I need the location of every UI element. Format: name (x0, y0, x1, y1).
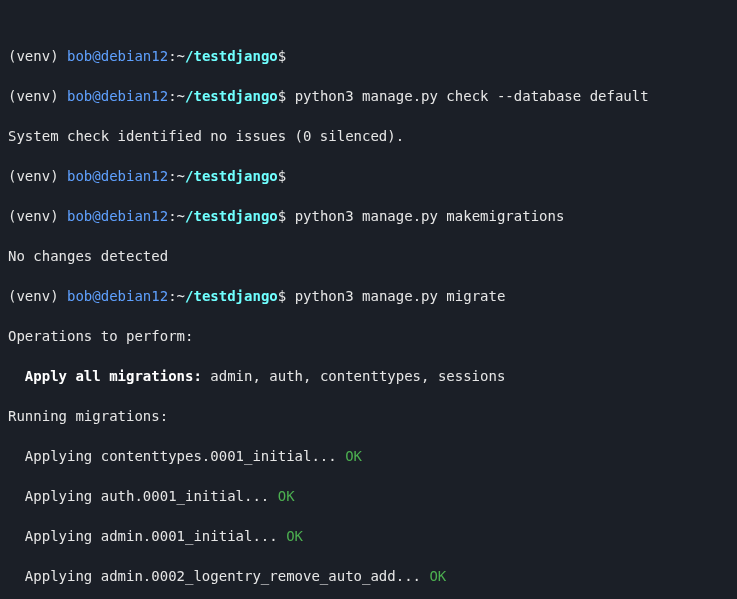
prompt-dir: /testdjango (185, 48, 278, 64)
apply-all-list: admin, auth, contenttypes, sessions (202, 368, 505, 384)
command-input[interactable]: python3 manage.py makemigrations (295, 208, 565, 224)
prompt-home: ~ (177, 208, 185, 224)
output-line: Apply all migrations: admin, auth, conte… (8, 366, 729, 386)
prompt-sep: : (168, 48, 176, 64)
output-line: System check identified no issues (0 sil… (8, 126, 729, 146)
migration-name: Applying auth.0001_initial... (25, 488, 278, 504)
user-host: bob@debian12 (67, 88, 168, 104)
output-line: Operations to perform: (8, 326, 729, 346)
prompt-sep: : (168, 88, 176, 104)
prompt-sigil: $ (278, 208, 286, 224)
venv-tag: (venv) (8, 48, 67, 64)
migration-name: Applying admin.0001_initial... (25, 528, 286, 544)
prompt-dir: /testdjango (185, 208, 278, 224)
prompt-line: (venv) bob@debian12:~/testdjango$ (8, 166, 729, 186)
prompt-home: ~ (177, 88, 185, 104)
prompt-sep: : (168, 288, 176, 304)
migration-line: Applying admin.0002_logentry_remove_auto… (8, 566, 729, 586)
prompt-dir: /testdjango (185, 88, 278, 104)
prompt-sep: : (168, 168, 176, 184)
prompt-dir: /testdjango (185, 288, 278, 304)
prompt-home: ~ (177, 48, 185, 64)
command-input[interactable]: python3 manage.py check --database defau… (295, 88, 649, 104)
venv-tag: (venv) (8, 288, 67, 304)
venv-tag: (venv) (8, 88, 67, 104)
prompt-line: (venv) bob@debian12:~/testdjango$ python… (8, 286, 729, 306)
venv-tag: (venv) (8, 208, 67, 224)
prompt-sigil: $ (278, 288, 286, 304)
migration-name: Applying admin.0002_logentry_remove_auto… (25, 568, 430, 584)
output-line: Running migrations: (8, 406, 729, 426)
prompt-line: (venv) bob@debian12:~/testdjango$ python… (8, 86, 729, 106)
prompt-sigil: $ (278, 168, 286, 184)
status-ok: OK (345, 448, 362, 464)
apply-all-label: Apply all migrations: (25, 368, 202, 384)
status-ok: OK (278, 488, 295, 504)
terminal[interactable]: (venv) bob@debian12:~/testdjango$ (venv)… (0, 0, 737, 599)
status-ok: OK (286, 528, 303, 544)
prompt-sep: : (168, 208, 176, 224)
migration-line: Applying admin.0001_initial... OK (8, 526, 729, 546)
user-host: bob@debian12 (67, 288, 168, 304)
migration-line: Applying contenttypes.0001_initial... OK (8, 446, 729, 466)
status-ok: OK (429, 568, 446, 584)
command-input[interactable]: python3 manage.py migrate (295, 288, 506, 304)
prompt-line: (venv) bob@debian12:~/testdjango$ (8, 46, 729, 66)
prompt-home: ~ (177, 168, 185, 184)
venv-tag: (venv) (8, 168, 67, 184)
prompt-sigil: $ (278, 48, 286, 64)
output-line: No changes detected (8, 246, 729, 266)
prompt-sigil: $ (278, 88, 286, 104)
migration-name: Applying contenttypes.0001_initial... (25, 448, 345, 464)
user-host: bob@debian12 (67, 208, 168, 224)
prompt-home: ~ (177, 288, 185, 304)
user-host: bob@debian12 (67, 48, 168, 64)
prompt-dir: /testdjango (185, 168, 278, 184)
prompt-line: (venv) bob@debian12:~/testdjango$ python… (8, 206, 729, 226)
user-host: bob@debian12 (67, 168, 168, 184)
migration-line: Applying auth.0001_initial... OK (8, 486, 729, 506)
